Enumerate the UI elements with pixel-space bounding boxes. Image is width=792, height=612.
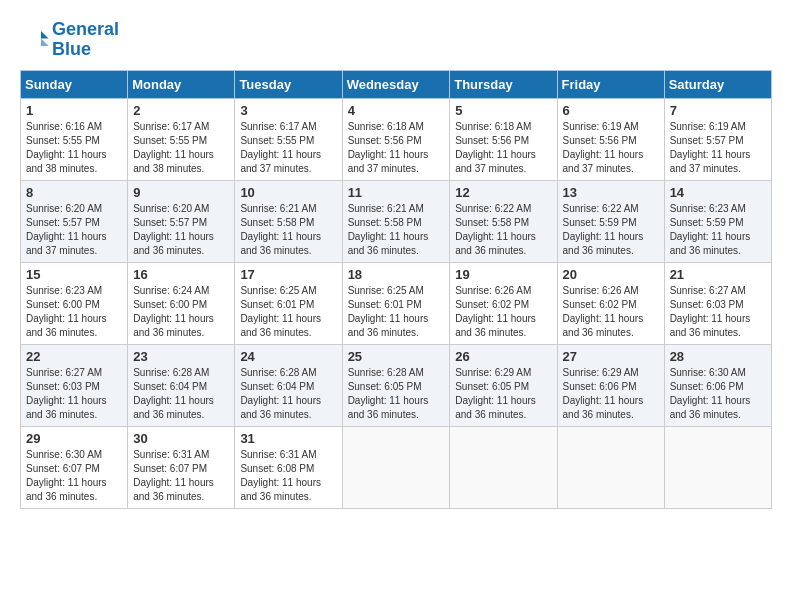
table-row: 14 Sunrise: 6:23 AM Sunset: 5:59 PM Dayl…	[664, 180, 771, 262]
day-info: Sunrise: 6:20 AM Sunset: 5:57 PM Dayligh…	[26, 202, 122, 258]
day-info: Sunrise: 6:17 AM Sunset: 5:55 PM Dayligh…	[240, 120, 336, 176]
empty-cell	[450, 426, 557, 508]
day-number: 27	[563, 349, 659, 364]
day-info: Sunrise: 6:29 AM Sunset: 6:05 PM Dayligh…	[455, 366, 551, 422]
logo: General Blue	[20, 20, 119, 60]
day-info: Sunrise: 6:25 AM Sunset: 6:01 PM Dayligh…	[240, 284, 336, 340]
svg-marker-1	[41, 38, 49, 46]
table-row: 7 Sunrise: 6:19 AM Sunset: 5:57 PM Dayli…	[664, 98, 771, 180]
day-info: Sunrise: 6:26 AM Sunset: 6:02 PM Dayligh…	[455, 284, 551, 340]
day-number: 13	[563, 185, 659, 200]
day-number: 7	[670, 103, 766, 118]
col-saturday: Saturday	[664, 70, 771, 98]
day-number: 18	[348, 267, 445, 282]
week-row-5: 29 Sunrise: 6:30 AM Sunset: 6:07 PM Dayl…	[21, 426, 772, 508]
day-number: 25	[348, 349, 445, 364]
calendar-header-row: Sunday Monday Tuesday Wednesday Thursday…	[21, 70, 772, 98]
day-info: Sunrise: 6:19 AM Sunset: 5:56 PM Dayligh…	[563, 120, 659, 176]
table-row: 12 Sunrise: 6:22 AM Sunset: 5:58 PM Dayl…	[450, 180, 557, 262]
day-info: Sunrise: 6:28 AM Sunset: 6:05 PM Dayligh…	[348, 366, 445, 422]
day-info: Sunrise: 6:24 AM Sunset: 6:00 PM Dayligh…	[133, 284, 229, 340]
day-info: Sunrise: 6:30 AM Sunset: 6:06 PM Dayligh…	[670, 366, 766, 422]
day-number: 20	[563, 267, 659, 282]
day-number: 4	[348, 103, 445, 118]
table-row: 11 Sunrise: 6:21 AM Sunset: 5:58 PM Dayl…	[342, 180, 450, 262]
table-row: 5 Sunrise: 6:18 AM Sunset: 5:56 PM Dayli…	[450, 98, 557, 180]
logo-icon	[20, 25, 50, 55]
table-row: 6 Sunrise: 6:19 AM Sunset: 5:56 PM Dayli…	[557, 98, 664, 180]
day-info: Sunrise: 6:30 AM Sunset: 6:07 PM Dayligh…	[26, 448, 122, 504]
empty-cell	[342, 426, 450, 508]
col-monday: Monday	[128, 70, 235, 98]
week-row-3: 15 Sunrise: 6:23 AM Sunset: 6:00 PM Dayl…	[21, 262, 772, 344]
col-friday: Friday	[557, 70, 664, 98]
day-number: 21	[670, 267, 766, 282]
day-number: 15	[26, 267, 122, 282]
day-number: 19	[455, 267, 551, 282]
day-number: 11	[348, 185, 445, 200]
day-info: Sunrise: 6:23 AM Sunset: 6:00 PM Dayligh…	[26, 284, 122, 340]
day-info: Sunrise: 6:19 AM Sunset: 5:57 PM Dayligh…	[670, 120, 766, 176]
week-row-1: 1 Sunrise: 6:16 AM Sunset: 5:55 PM Dayli…	[21, 98, 772, 180]
table-row: 23 Sunrise: 6:28 AM Sunset: 6:04 PM Dayl…	[128, 344, 235, 426]
table-row: 3 Sunrise: 6:17 AM Sunset: 5:55 PM Dayli…	[235, 98, 342, 180]
table-row: 29 Sunrise: 6:30 AM Sunset: 6:07 PM Dayl…	[21, 426, 128, 508]
table-row: 1 Sunrise: 6:16 AM Sunset: 5:55 PM Dayli…	[21, 98, 128, 180]
day-info: Sunrise: 6:23 AM Sunset: 5:59 PM Dayligh…	[670, 202, 766, 258]
day-number: 23	[133, 349, 229, 364]
day-info: Sunrise: 6:27 AM Sunset: 6:03 PM Dayligh…	[26, 366, 122, 422]
table-row: 4 Sunrise: 6:18 AM Sunset: 5:56 PM Dayli…	[342, 98, 450, 180]
empty-cell	[557, 426, 664, 508]
day-info: Sunrise: 6:21 AM Sunset: 5:58 PM Dayligh…	[348, 202, 445, 258]
table-row: 16 Sunrise: 6:24 AM Sunset: 6:00 PM Dayl…	[128, 262, 235, 344]
day-info: Sunrise: 6:25 AM Sunset: 6:01 PM Dayligh…	[348, 284, 445, 340]
table-row: 15 Sunrise: 6:23 AM Sunset: 6:00 PM Dayl…	[21, 262, 128, 344]
logo-text: General Blue	[52, 20, 119, 60]
day-number: 6	[563, 103, 659, 118]
table-row: 26 Sunrise: 6:29 AM Sunset: 6:05 PM Dayl…	[450, 344, 557, 426]
table-row: 18 Sunrise: 6:25 AM Sunset: 6:01 PM Dayl…	[342, 262, 450, 344]
day-info: Sunrise: 6:22 AM Sunset: 5:59 PM Dayligh…	[563, 202, 659, 258]
table-row: 10 Sunrise: 6:21 AM Sunset: 5:58 PM Dayl…	[235, 180, 342, 262]
week-row-2: 8 Sunrise: 6:20 AM Sunset: 5:57 PM Dayli…	[21, 180, 772, 262]
table-row: 19 Sunrise: 6:26 AM Sunset: 6:02 PM Dayl…	[450, 262, 557, 344]
table-row: 9 Sunrise: 6:20 AM Sunset: 5:57 PM Dayli…	[128, 180, 235, 262]
day-number: 14	[670, 185, 766, 200]
day-info: Sunrise: 6:18 AM Sunset: 5:56 PM Dayligh…	[455, 120, 551, 176]
table-row: 24 Sunrise: 6:28 AM Sunset: 6:04 PM Dayl…	[235, 344, 342, 426]
table-row: 8 Sunrise: 6:20 AM Sunset: 5:57 PM Dayli…	[21, 180, 128, 262]
day-info: Sunrise: 6:21 AM Sunset: 5:58 PM Dayligh…	[240, 202, 336, 258]
day-number: 16	[133, 267, 229, 282]
day-number: 2	[133, 103, 229, 118]
table-row: 13 Sunrise: 6:22 AM Sunset: 5:59 PM Dayl…	[557, 180, 664, 262]
day-number: 26	[455, 349, 551, 364]
table-row: 21 Sunrise: 6:27 AM Sunset: 6:03 PM Dayl…	[664, 262, 771, 344]
day-info: Sunrise: 6:20 AM Sunset: 5:57 PM Dayligh…	[133, 202, 229, 258]
day-number: 29	[26, 431, 122, 446]
col-wednesday: Wednesday	[342, 70, 450, 98]
table-row: 22 Sunrise: 6:27 AM Sunset: 6:03 PM Dayl…	[21, 344, 128, 426]
day-info: Sunrise: 6:26 AM Sunset: 6:02 PM Dayligh…	[563, 284, 659, 340]
day-info: Sunrise: 6:18 AM Sunset: 5:56 PM Dayligh…	[348, 120, 445, 176]
table-row: 31 Sunrise: 6:31 AM Sunset: 6:08 PM Dayl…	[235, 426, 342, 508]
day-info: Sunrise: 6:17 AM Sunset: 5:55 PM Dayligh…	[133, 120, 229, 176]
svg-marker-0	[41, 31, 49, 39]
table-row: 27 Sunrise: 6:29 AM Sunset: 6:06 PM Dayl…	[557, 344, 664, 426]
day-info: Sunrise: 6:28 AM Sunset: 6:04 PM Dayligh…	[133, 366, 229, 422]
col-tuesday: Tuesday	[235, 70, 342, 98]
day-info: Sunrise: 6:28 AM Sunset: 6:04 PM Dayligh…	[240, 366, 336, 422]
day-info: Sunrise: 6:27 AM Sunset: 6:03 PM Dayligh…	[670, 284, 766, 340]
day-number: 30	[133, 431, 229, 446]
day-info: Sunrise: 6:29 AM Sunset: 6:06 PM Dayligh…	[563, 366, 659, 422]
day-number: 31	[240, 431, 336, 446]
empty-cell	[664, 426, 771, 508]
day-number: 28	[670, 349, 766, 364]
day-info: Sunrise: 6:16 AM Sunset: 5:55 PM Dayligh…	[26, 120, 122, 176]
day-info: Sunrise: 6:31 AM Sunset: 6:07 PM Dayligh…	[133, 448, 229, 504]
day-number: 9	[133, 185, 229, 200]
table-row: 28 Sunrise: 6:30 AM Sunset: 6:06 PM Dayl…	[664, 344, 771, 426]
day-number: 22	[26, 349, 122, 364]
week-row-4: 22 Sunrise: 6:27 AM Sunset: 6:03 PM Dayl…	[21, 344, 772, 426]
day-info: Sunrise: 6:31 AM Sunset: 6:08 PM Dayligh…	[240, 448, 336, 504]
table-row: 30 Sunrise: 6:31 AM Sunset: 6:07 PM Dayl…	[128, 426, 235, 508]
